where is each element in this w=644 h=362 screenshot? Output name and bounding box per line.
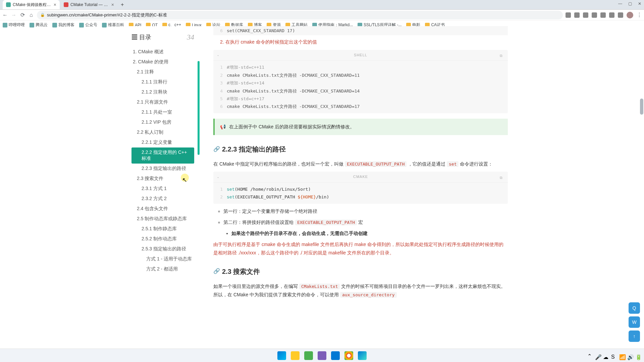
toc-item[interactable]: 2. CMake 的使用: [131, 57, 194, 67]
code-text: cmake CMakeLists.txt文件路径 -DCMAKE_CXX_STA…: [227, 103, 508, 110]
tab-bar: CMake 保姆级教程（上）| 爱编程 × CMake Tutorial — C…: [0, 0, 644, 9]
bookmark-item[interactable]: 腾讯云: [30, 22, 48, 28]
line-number: 2: [213, 71, 227, 79]
list-item: 第一行：定义一个变量用于存储一个绝对路径: [223, 207, 508, 216]
extension-icon[interactable]: [600, 12, 606, 18]
line-number: 4: [213, 87, 227, 95]
edge-icon[interactable]: [358, 351, 367, 360]
bookmark-label: 我的博客: [58, 22, 74, 28]
back-to-top-button[interactable]: ↑: [629, 330, 640, 342]
toc-item[interactable]: 2.1.2 注释块: [131, 87, 194, 97]
bookmark-item[interactable]: 维基百科: [102, 22, 124, 28]
window-controls[interactable]: — ▢ ✕: [618, 1, 641, 6]
tray-icon[interactable]: ☁: [603, 354, 608, 359]
toc-item[interactable]: 1. CMake 概述: [131, 47, 194, 57]
code-line: 2cmake CMakeLists.txt文件路径 -DCMAKE_CXX_ST…: [213, 71, 508, 79]
reload-button[interactable]: ⟳: [19, 12, 25, 18]
toc-item[interactable]: 2.5.2 制作动态库: [131, 234, 194, 244]
toc-item[interactable]: 2.4 包含头文件: [131, 204, 194, 214]
inline-code: CMakeLists.txt: [299, 284, 340, 289]
code-block-cmake: ⌄ CMAKE ⧉ 1 set(HOME /home/robin/Linux/S…: [213, 172, 508, 204]
toc-item[interactable]: 方式 2 - 都适用: [131, 264, 194, 274]
app-icon[interactable]: [304, 351, 313, 360]
toc-item[interactable]: 方式 1 - 适用于动态库: [131, 254, 194, 264]
forward-button[interactable]: →: [11, 12, 17, 18]
favicon-icon: [6, 2, 11, 7]
toc-item[interactable]: 2.1 注释: [131, 67, 194, 77]
collapse-icon[interactable]: ⌄: [217, 52, 220, 58]
toc-item[interactable]: 2.1.1 共处一室: [131, 107, 194, 117]
tab-title: CMake Tutorial — CMake 3.2: [70, 2, 109, 7]
system-tray[interactable]: ⌃ 🎤 ☁ S 📶 🔊 🔋: [587, 353, 640, 359]
code-lang-label: CMAKE: [353, 174, 368, 180]
scrollbar-thumb[interactable]: [640, 99, 643, 115]
sidebar-scrollbar[interactable]: [198, 26, 200, 362]
page-icon: [30, 23, 34, 27]
start-button[interactable]: [277, 351, 286, 360]
puzzle-icon[interactable]: [618, 12, 623, 18]
battery-icon[interactable]: 🔋: [635, 354, 640, 359]
extension-icon[interactable]: [583, 12, 588, 18]
toc-item[interactable]: 2.3 搜索文件: [131, 174, 194, 184]
toc-item[interactable]: 2.2.2 指定使用的 C++ 标准: [131, 147, 194, 164]
toc-item[interactable]: 2.3.1 方式 1: [131, 184, 194, 194]
code-lang-label: SHELL: [354, 52, 367, 59]
visual-studio-icon[interactable]: [318, 351, 326, 360]
scrollbar-thumb[interactable]: [198, 61, 200, 155]
favicon-icon: [64, 2, 68, 7]
lock-icon: 🔒: [40, 13, 45, 17]
paragraph: 在 CMake 中指定可执行程序输出的路径，也对应一个宏，叫做 EXECUTAB…: [213, 160, 508, 168]
address-bar[interactable]: 🔒 subingwen.cn/cmake/CMake-primer/#2-2-2…: [37, 11, 563, 19]
toc-item[interactable]: 2.1.1 注释行: [131, 77, 194, 87]
toc-item[interactable]: 2.5 制作动态库或静态库: [131, 214, 194, 224]
toc-item[interactable]: 2.2 私人订制: [131, 127, 194, 137]
maximize-icon[interactable]: ▢: [628, 1, 632, 6]
chrome-icon[interactable]: [344, 351, 353, 360]
extension-icon[interactable]: [574, 12, 580, 18]
copy-icon[interactable]: ⧉: [500, 53, 504, 57]
link-icon[interactable]: 🔗: [213, 266, 220, 276]
toc-item[interactable]: 2.3.2 方式 2: [131, 194, 194, 204]
page-scrollbar[interactable]: [639, 26, 644, 349]
toc-item[interactable]: 2.1 只有源文件: [131, 97, 194, 107]
toc-item[interactable]: 2.5.1 制作静态库: [131, 224, 194, 234]
toc-item[interactable]: 2.5.3 指定输出的路径: [131, 244, 194, 254]
toc-item[interactable]: 2.1.2 VIP 包房: [131, 117, 194, 127]
bookmark-item[interactable]: 公众号: [79, 22, 97, 28]
bookmark-item[interactable]: 哔哩哔哩: [3, 22, 25, 28]
qq-share-button[interactable]: Q: [629, 302, 640, 314]
profile-avatar[interactable]: [627, 12, 633, 18]
extension-icon[interactable]: [592, 12, 597, 18]
wifi-icon[interactable]: 📶: [619, 354, 624, 359]
browser-tab-active[interactable]: CMake 保姆级教程（上）| 爱编程 ×: [3, 0, 60, 9]
extension-icon[interactable]: [609, 12, 614, 18]
back-button[interactable]: ←: [2, 12, 8, 18]
volume-icon[interactable]: 🔊: [627, 354, 632, 359]
chevron-up-icon[interactable]: ⌃: [587, 353, 592, 359]
tray-icon[interactable]: 🎤: [595, 354, 600, 359]
url-text: subingwen.cn/cmake/CMake-primer/#2-2-2-指…: [47, 12, 167, 18]
tray-icon[interactable]: S: [611, 354, 616, 359]
minimize-icon[interactable]: —: [618, 1, 622, 6]
address-bar-row: ← → ⟳ ⌂ 🔒 subingwen.cn/cmake/CMake-prime…: [0, 9, 644, 20]
home-button[interactable]: ⌂: [28, 12, 34, 18]
menu-icon[interactable]: ⋮: [637, 12, 642, 18]
close-icon[interactable]: ×: [111, 2, 114, 7]
copy-icon[interactable]: ⧉: [500, 175, 504, 179]
vscode-icon[interactable]: [331, 351, 340, 360]
code-text: set(CMAKE_CXX_STANDARD 17): [227, 27, 508, 35]
section-heading-23: 🔗 2.3 搜索文件: [213, 265, 508, 278]
new-tab-button[interactable]: +: [118, 2, 126, 8]
browser-tab[interactable]: CMake Tutorial — CMake 3.2 ×: [60, 0, 117, 9]
wechat-share-button[interactable]: W: [629, 316, 640, 328]
toc-item[interactable]: 2.2.1 定义变量: [131, 137, 194, 147]
collapse-icon[interactable]: ⌄: [217, 174, 220, 180]
close-icon[interactable]: ×: [54, 2, 56, 7]
bookmark-item[interactable]: 我的博客: [52, 22, 74, 28]
close-window-icon[interactable]: ✕: [638, 1, 641, 6]
file-explorer-icon[interactable]: [291, 351, 300, 360]
toc-item[interactable]: 2.2.3 指定输出的路径: [131, 164, 194, 174]
link-icon[interactable]: 🔗: [213, 144, 220, 154]
windows-taskbar[interactable]: [0, 349, 644, 362]
extension-icon[interactable]: [566, 12, 571, 18]
